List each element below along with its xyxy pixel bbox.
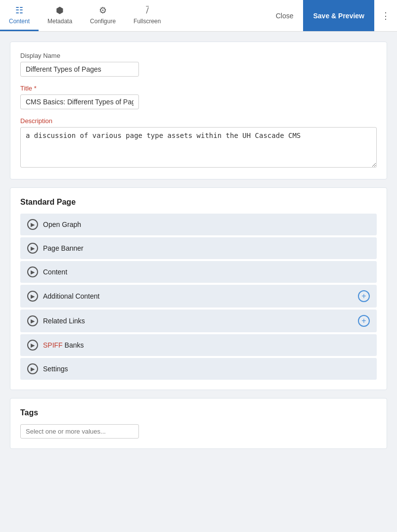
related-links-label: Related Links [43, 317, 358, 325]
description-field-group: Description [20, 117, 377, 169]
open-graph-label: Open Graph [43, 221, 370, 228]
tab-configure[interactable]: ⚙ Configure [81, 0, 125, 31]
accordion-item-content[interactable]: ▶ Content [20, 261, 377, 283]
main-content: Display Name Title Description Standard … [0, 32, 397, 467]
save-preview-button[interactable]: Save & Preview [303, 0, 374, 31]
accordion-item-settings[interactable]: ▶ Settings [20, 358, 377, 380]
accordion-list: ▶ Open Graph ▶ Page Banner ▶ Content ▶ A… [20, 214, 377, 380]
expand-open-graph-icon: ▶ [27, 219, 38, 230]
page-banner-label: Page Banner [43, 244, 370, 252]
configure-icon: ⚙ [99, 5, 107, 16]
tags-section: Tags [10, 398, 387, 449]
add-related-links-button[interactable]: + [358, 315, 370, 327]
content-label: Content [43, 268, 370, 276]
title-field-group: Title [20, 85, 377, 109]
expand-content-icon: ▶ [27, 266, 38, 277]
expand-settings-icon: ▶ [27, 363, 38, 374]
display-name-field-group: Display Name [20, 52, 377, 77]
display-name-input[interactable] [20, 62, 139, 77]
close-button[interactable]: Close [266, 0, 304, 31]
form-section: Display Name Title Description [10, 42, 387, 179]
expand-page-banner-icon: ▶ [27, 243, 38, 254]
standard-page-section: Standard Page ▶ Open Graph ▶ Page Banner… [10, 187, 387, 390]
display-name-label: Display Name [20, 52, 377, 59]
tags-input[interactable] [20, 424, 139, 439]
content-icon: ☷ [15, 5, 23, 16]
tab-fullscreen[interactable]: ⧶ Fullscreen [125, 0, 170, 31]
additional-content-label: Additional Content [43, 292, 358, 300]
standard-page-heading: Standard Page [20, 198, 377, 207]
settings-label: Settings [43, 365, 370, 373]
accordion-item-spiff-banks[interactable]: ▶ SPIFF Banks [20, 334, 377, 356]
tab-metadata[interactable]: ⬢ Metadata [39, 0, 81, 31]
title-input[interactable] [20, 94, 139, 109]
top-navigation: ☷ Content ⬢ Metadata ⚙ Configure ⧶ Fulls… [0, 0, 397, 32]
expand-additional-content-icon: ▶ [27, 291, 38, 302]
tags-heading: Tags [20, 408, 377, 417]
description-textarea[interactable] [20, 127, 377, 168]
tab-content[interactable]: ☷ Content [0, 0, 39, 31]
accordion-item-related-links[interactable]: ▶ Related Links + [20, 310, 377, 332]
more-icon: ⋮ [381, 10, 390, 21]
expand-spiff-banks-icon: ▶ [27, 340, 38, 351]
spiff-banks-label: SPIFF Banks [43, 341, 370, 349]
add-additional-content-button[interactable]: + [358, 290, 370, 302]
title-label: Title [20, 85, 377, 92]
accordion-item-additional-content[interactable]: ▶ Additional Content + [20, 285, 377, 308]
accordion-item-page-banner[interactable]: ▶ Page Banner [20, 237, 377, 259]
more-options-button[interactable]: ⋮ [374, 0, 397, 31]
description-label: Description [20, 117, 377, 125]
fullscreen-icon: ⧶ [146, 5, 149, 16]
expand-related-links-icon: ▶ [27, 315, 38, 326]
accordion-item-open-graph[interactable]: ▶ Open Graph [20, 214, 377, 235]
metadata-icon: ⬢ [56, 5, 64, 16]
